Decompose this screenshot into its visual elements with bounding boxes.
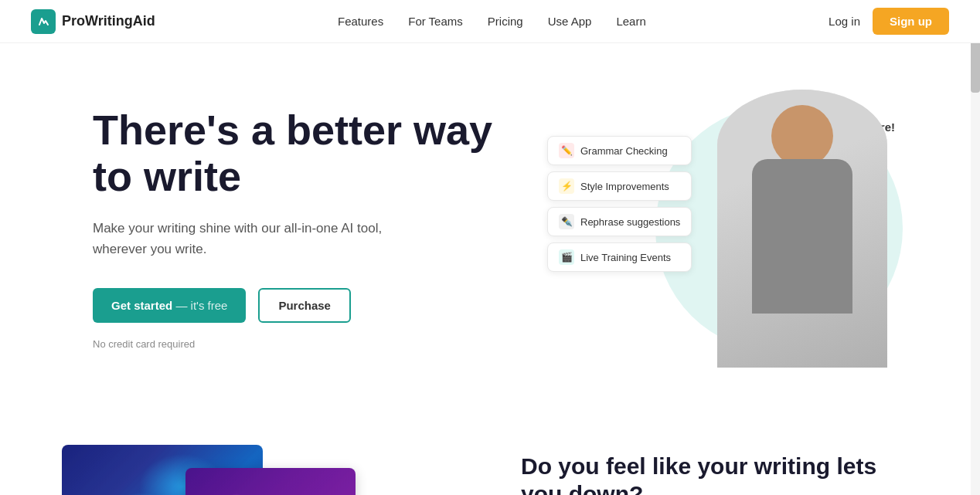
purple-image: My idea in my head — [185, 468, 356, 495]
hero-title: There's a better way to write — [93, 107, 495, 199]
hero-note: No credit card required — [93, 338, 495, 350]
feature-badges: ✏️ Grammar Checking ⚡ Style Improvements… — [547, 136, 692, 272]
grammar-icon: ✏️ — [559, 143, 574, 158]
hero-illustration: ✏️ Grammar Checking ⚡ Style Improvements… — [547, 90, 918, 368]
signup-button[interactable]: Sign up — [873, 8, 949, 35]
nav-item-features[interactable]: Features — [338, 15, 383, 29]
nav-item-learn[interactable]: Learn — [616, 15, 645, 29]
logo[interactable]: ProWritingAid — [31, 9, 155, 34]
badge-training-label: Live Training Events — [580, 252, 671, 263]
style-icon: ⚡ — [559, 178, 574, 194]
badge-style-label: Style Improvements — [580, 181, 669, 192]
training-icon: 🎬 — [559, 249, 574, 265]
badge-grammar: ✏️ Grammar Checking — [547, 136, 692, 165]
section2-content: Do you feel like your writing lets you d… — [521, 445, 918, 495]
hero-person-illustration — [717, 90, 887, 368]
hero-subtitle: Make your writing shine with our all-in-… — [93, 218, 417, 259]
logo-text: ProWritingAid — [62, 13, 155, 29]
badge-rephrase: ✒️ Rephrase suggestions — [547, 207, 692, 236]
get-started-button[interactable]: Get started — it's free — [93, 288, 246, 323]
purchase-button[interactable]: Purchase — [258, 288, 351, 323]
login-button[interactable]: Log in — [829, 15, 860, 28]
person-head — [771, 105, 833, 167]
nav-item-use-app[interactable]: Use App — [548, 15, 592, 29]
section2-title: Do you feel like your writing lets you d… — [521, 453, 918, 495]
badge-training: 🎬 Live Training Events — [547, 242, 692, 272]
scrollbar[interactable] — [971, 0, 980, 495]
nav-item-for-teams[interactable]: For Teams — [408, 15, 463, 29]
hero-section: There's a better way to write Make your … — [0, 43, 980, 414]
badge-rephrase-label: Rephrase suggestions — [580, 216, 680, 228]
hero-content: There's a better way to write Make your … — [93, 107, 495, 349]
section2: My idea in my head Do you feel like your… — [0, 414, 980, 495]
hero-buttons: Get started — it's free Purchase — [93, 288, 495, 323]
navbar: ProWritingAid Features For Teams Pricing… — [0, 0, 980, 43]
section2-images: My idea in my head — [62, 445, 459, 495]
person-body — [752, 159, 852, 314]
badge-grammar-label: Grammar Checking — [580, 145, 668, 157]
rephrase-icon: ✒️ — [559, 214, 574, 229]
nav-item-pricing[interactable]: Pricing — [488, 15, 523, 29]
nav-actions: Log in Sign up — [829, 8, 949, 35]
nav-links: Features For Teams Pricing Use App Learn — [338, 15, 646, 29]
logo-icon — [31, 9, 56, 34]
badge-style: ⚡ Style Improvements — [547, 171, 692, 201]
